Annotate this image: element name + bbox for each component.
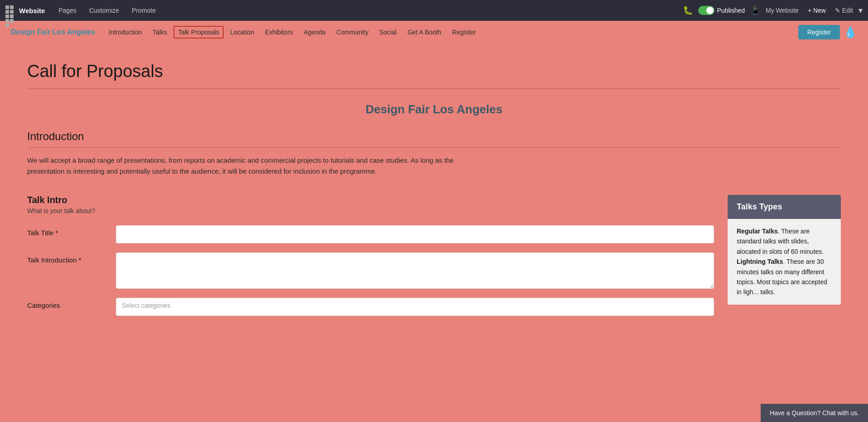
- form-subtitle: What is your talk about?: [27, 207, 714, 214]
- page-title: Call for Proposals: [27, 62, 841, 81]
- talk-title-label: Talk Title *: [27, 225, 109, 237]
- talks-types-card: Talks Types Regular Talks. These are sta…: [728, 195, 841, 305]
- admin-site-name[interactable]: Website: [19, 7, 45, 15]
- more-button[interactable]: ▾: [858, 5, 863, 15]
- categories-placeholder: Select categories: [122, 302, 170, 309]
- nav-register-link[interactable]: Register: [448, 26, 480, 39]
- nav-talks[interactable]: Talks: [148, 26, 172, 39]
- categories-row: Categories Select categories: [27, 298, 714, 316]
- chat-widget-text: Have a Question? Chat with us.: [770, 409, 859, 417]
- admin-nav-pages[interactable]: Pages: [54, 4, 81, 17]
- lightning-talks-label: Lightning Talks: [737, 258, 783, 265]
- nav-get-a-booth[interactable]: Get A Booth: [403, 26, 446, 39]
- edit-button[interactable]: ✎ Edit: [835, 7, 853, 14]
- register-button[interactable]: Register: [798, 25, 840, 39]
- published-label: Published: [717, 7, 745, 14]
- my-website-button[interactable]: My Website: [766, 7, 799, 14]
- talk-title-row: Talk Title *: [27, 225, 714, 243]
- nav-exhibitors[interactable]: Exhibitors: [260, 26, 297, 39]
- talk-title-input[interactable]: [116, 225, 714, 243]
- form-heading: Talk Intro: [27, 195, 714, 205]
- title-divider: [27, 88, 841, 89]
- intro-heading: Introduction: [27, 130, 841, 143]
- nav-location[interactable]: Location: [225, 26, 259, 39]
- new-button[interactable]: + New: [804, 4, 830, 17]
- categories-label: Categories: [27, 298, 109, 309]
- admin-bar-right: 🐛 Published 📱 My Website + New ✎ Edit ▾: [683, 4, 863, 17]
- talk-introduction-label: Talk Introduction *: [27, 252, 109, 264]
- intro-text: We will accept a broad range of presenta…: [27, 155, 457, 177]
- talk-introduction-input[interactable]: [116, 252, 714, 289]
- chat-widget[interactable]: Have a Question? Chat with us.: [761, 404, 868, 422]
- grid-icon[interactable]: [5, 5, 15, 15]
- site-nav: Design Fair Los Angeles Introduction Tal…: [0, 21, 868, 44]
- nav-community[interactable]: Community: [332, 26, 373, 39]
- intro-divider: [27, 147, 841, 148]
- nav-agenda[interactable]: Agenda: [299, 26, 330, 39]
- nav-social[interactable]: Social: [375, 26, 401, 39]
- admin-bar: Website Pages Customize Promote 🐛 Publis…: [0, 0, 868, 21]
- water-drop-icon: 💧: [844, 26, 857, 39]
- admin-nav-promote[interactable]: Promote: [127, 4, 160, 17]
- talks-types-header: Talks Types: [728, 195, 841, 219]
- nav-talk-proposals[interactable]: Talk Proposals: [173, 26, 224, 39]
- admin-nav-customize[interactable]: Customize: [85, 4, 124, 17]
- site-logo[interactable]: Design Fair Los Angeles: [11, 28, 95, 36]
- categories-select[interactable]: Select categories: [116, 298, 714, 316]
- form-section: Talk Intro What is your talk about? Talk…: [27, 195, 714, 325]
- mobile-icon[interactable]: 📱: [750, 5, 760, 15]
- content-row: Talk Intro What is your talk about? Talk…: [27, 195, 841, 325]
- regular-talks-label: Regular Talks: [737, 228, 778, 235]
- published-toggle: Published: [698, 6, 745, 15]
- bug-icon[interactable]: 🐛: [683, 5, 693, 15]
- main-content: Call for Proposals Design Fair Los Angel…: [0, 44, 868, 422]
- talk-intro-row: Talk Introduction *: [27, 252, 714, 289]
- nav-introduction[interactable]: Introduction: [104, 26, 146, 39]
- event-name-heading: Design Fair Los Angeles: [27, 102, 841, 116]
- intro-section: Introduction We will accept a broad rang…: [27, 130, 841, 177]
- talks-types-body: Regular Talks. These are standard talks …: [728, 219, 841, 305]
- published-toggle-switch[interactable]: [698, 6, 715, 15]
